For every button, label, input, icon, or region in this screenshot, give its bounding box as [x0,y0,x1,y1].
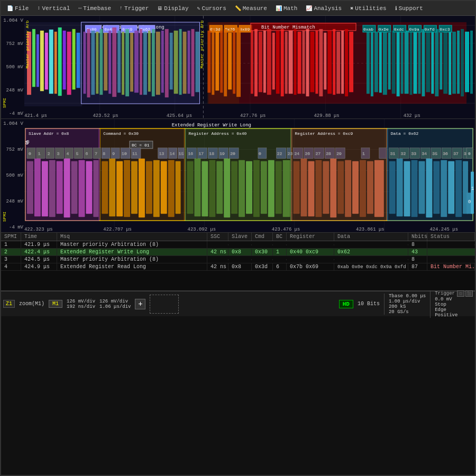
svg-rect-114 [405,31,409,94]
cursors-icon: ✎ [197,5,200,12]
col-slave: Slave [228,233,252,241]
svg-rect-259 [102,161,108,214]
svg-text:427.76 μs: 427.76 μs [240,113,266,118]
menu-support[interactable]: ℹ Support [391,4,427,13]
svg-rect-278 [246,161,252,214]
svg-text:3: 3 [57,151,60,156]
svg-rect-268 [168,160,175,217]
svg-text:0: 0 [29,151,31,156]
svg-text:422.707 μs: 422.707 μs [103,227,132,232]
svg-text:Extended Register Write Long: Extended Register Write Long [172,123,251,128]
svg-rect-115 [410,29,413,95]
svg-rect-74 [220,31,223,93]
svg-rect-17 [36,34,39,87]
svg-text:18: 18 [209,151,214,156]
svg-rect-283 [283,160,290,217]
svg-rect-279 [253,160,260,217]
menu-cursors[interactable]: ✎ Cursors [194,4,230,13]
menu-timebase[interactable]: ↔ Timebase [75,4,115,13]
svg-text:37: 37 [453,151,459,156]
svg-text:1: 1 [362,151,365,156]
svg-rect-85 [267,29,271,95]
svg-rect-20 [49,30,53,94]
svg-rect-75 [224,29,227,96]
svg-rect-120 [431,31,434,94]
svg-rect-41 [108,31,111,94]
svg-rect-24 [67,32,71,95]
svg-rect-122 [440,33,442,89]
table-row: 3 424.5 μs Master priority Arbitration (… [1,256,475,263]
svg-rect-109 [383,29,387,95]
file-icon: 📄 [7,5,13,12]
svg-rect-117 [418,31,421,94]
svg-rect-300 [419,161,425,214]
svg-rect-90 [289,31,293,94]
menu-vertical[interactable]: ↕ Vertical [33,4,74,13]
svg-rect-42 [112,28,116,97]
svg-rect-71 [207,31,210,93]
svg-rect-38 [96,32,98,94]
svg-rect-107 [374,32,378,92]
svg-rect-303 [441,160,447,217]
svg-rect-287 [315,160,322,217]
trig-icon-2: ⬛ [465,290,473,297]
menu-math[interactable]: 📊 Math [272,4,301,13]
add-channel-button[interactable]: + [135,299,145,309]
svg-rect-309 [471,172,474,214]
menu-display[interactable]: 🖥 Display [153,4,192,13]
svg-rect-260 [109,159,115,216]
svg-rect-96 [315,31,318,94]
svg-rect-86 [272,33,275,89]
svg-rect-252 [49,160,56,217]
svg-rect-60 [191,29,195,96]
zoom-value: zoom(M1) [19,301,44,307]
svg-rect-129 [470,31,473,94]
svg-text:423.092 μs: 423.092 μs [188,227,216,232]
menu-file[interactable]: 📄 File [3,4,32,13]
zoom-z1-label: Z1 [3,300,15,308]
svg-rect-37 [91,31,95,95]
svg-text:Data = 0x62: Data = 0x62 [391,131,419,136]
svg-text:6: 6 [85,151,88,156]
svg-text:1: 1 [471,186,474,191]
svg-text:0: 0 [468,199,471,205]
svg-rect-98 [324,33,326,89]
menu-measure[interactable]: 📏 Measure [231,4,271,13]
data-table: SPMI Time Msq SSC Slave Cmd BC Register … [1,233,475,291]
svg-rect-126 [457,31,460,94]
svg-text:2: 2 [48,151,50,156]
lower-y-labels: 1.004 V 752 mV 500 mV 248 mV -4 mV [1,119,24,232]
svg-rect-97 [319,29,323,96]
svg-rect-125 [452,32,456,94]
menu-trigger[interactable]: ↑ Trigger [116,4,152,13]
svg-text:22: 22 [277,151,282,156]
svg-rect-257 [86,161,92,214]
svg-rect-272 [202,161,208,217]
svg-rect-276 [231,161,237,214]
svg-rect-92 [298,32,301,94]
svg-text:15: 15 [179,151,184,156]
svg-text:28: 28 [326,151,331,156]
svg-text:429.88 μs: 429.88 μs [314,113,339,118]
svg-rect-23 [63,31,66,89]
svg-rect-76 [228,33,232,89]
svg-rect-16 [32,29,35,87]
svg-rect-254 [64,159,70,217]
svg-rect-288 [323,161,329,214]
svg-rect-21 [54,32,57,94]
menu-analysis[interactable]: 📈 Analysis [302,4,345,13]
trig-icon-1: ⬚ [457,290,464,297]
menu-utilities[interactable]: ✖ Utilities [346,4,390,13]
svg-rect-127 [461,29,464,96]
svg-rect-250 [34,159,41,216]
col-ssc: SSC [207,233,228,241]
vertical-icon: ↕ [37,5,40,11]
col-nbits: Nbits [408,233,427,241]
svg-text:20: 20 [230,151,235,156]
svg-rect-262 [124,160,130,217]
col-time: Time [21,233,57,241]
svg-rect-19 [45,33,48,89]
svg-rect-230 [379,148,387,159]
svg-text:8: 8 [103,151,105,156]
svg-rect-112 [397,29,400,96]
